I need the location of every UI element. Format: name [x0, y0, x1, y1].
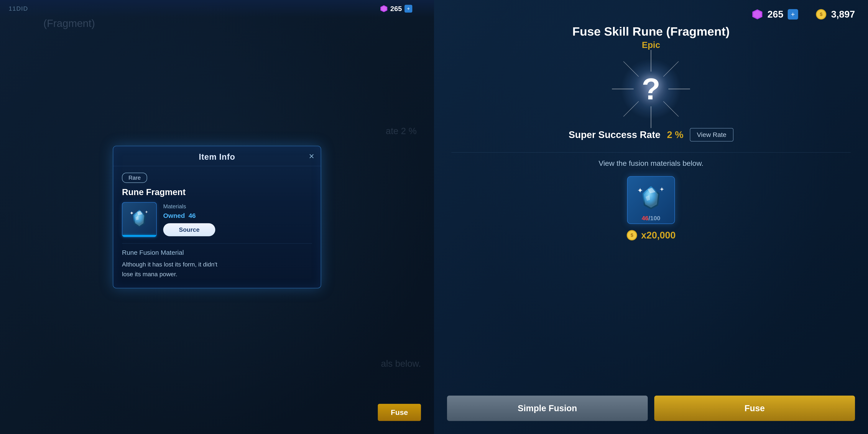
count-sep: / — [648, 215, 650, 222]
gem-plus-btn-right[interactable]: + — [788, 9, 798, 20]
meta-owned: Owned 46 — [163, 212, 215, 219]
gem-amount-left: 265 — [391, 5, 402, 13]
gem-icon-right — [752, 9, 763, 20]
item-meta: Materials Owned 46 Source — [163, 202, 215, 237]
rarity-badge: Rare — [122, 173, 147, 183]
fusion-materials-label: View the fusion materials below. — [598, 159, 703, 167]
meta-materials-label: Materials — [163, 203, 215, 210]
item-description: Although it has lost its form, it didn't… — [122, 260, 312, 279]
bg-below-text: als below. — [381, 359, 421, 369]
section-divider — [452, 152, 850, 153]
mystery-question-mark: ? — [642, 74, 660, 104]
svg-text:$: $ — [630, 232, 633, 238]
material-crystal-icon — [635, 184, 667, 216]
count-owned: 46 — [642, 215, 648, 222]
item-details-row: Materials Owned 46 Source — [122, 202, 312, 237]
left-panel: (Fragment) ate 2 % als below. 11DID 265 … — [0, 0, 434, 434]
item-icon-glow — [122, 235, 156, 237]
item-type: Rune Fusion Material — [122, 249, 312, 256]
svg-line-23 — [663, 61, 679, 76]
material-count: 46/100 — [642, 215, 660, 222]
right-content: Fuse Skill Rune (Fragment) Epic ? — [434, 24, 868, 434]
item-icon-box — [122, 202, 157, 237]
bg-rate-text: ate 2 % — [386, 126, 416, 136]
right-panel: 265 + $ 3,897 Fuse Skill Rune (Fragment)… — [434, 0, 868, 434]
top-bar-left: 11DID 265 + — [0, 0, 434, 18]
mystery-container: ? — [621, 59, 681, 119]
svg-line-22 — [663, 101, 679, 117]
crystal-icon — [127, 208, 151, 231]
modal-body: Rare Rune Fragment — [113, 166, 321, 288]
top-bar-right: 265 + $ 3,897 — [434, 4, 868, 24]
modal-header: Item Info × — [113, 146, 321, 166]
gem-amount-right: 265 — [767, 9, 783, 20]
gold-cost-row: $ x20,000 — [626, 229, 676, 241]
gold-cost-amount: x20,000 — [641, 230, 676, 241]
gem-plus-btn-left[interactable]: + — [404, 5, 412, 12]
svg-line-24 — [623, 101, 639, 117]
coin-amount-right: 3,897 — [831, 9, 855, 20]
source-button[interactable]: Source — [163, 223, 215, 236]
svg-line-21 — [623, 61, 639, 76]
item-name: Rune Fragment — [122, 187, 312, 197]
view-rate-button[interactable]: View Rate — [690, 128, 733, 142]
gold-cost-coin-icon: $ — [626, 229, 638, 241]
count-needed: 100 — [650, 215, 660, 222]
owned-label: Owned — [163, 212, 185, 219]
currency-display-left: 265 + — [380, 5, 412, 13]
svg-text:$: $ — [820, 11, 823, 17]
owned-count: 46 — [189, 212, 196, 219]
fuse-btn-left[interactable]: Fuse — [378, 404, 421, 421]
fuse-title: Fuse Skill Rune (Fragment) — [572, 24, 730, 38]
gem-icon-left — [380, 5, 388, 12]
modal-title: Item Info — [199, 152, 235, 162]
material-icon-box: 46/100 — [627, 176, 675, 224]
modal-close-btn[interactable]: × — [309, 152, 314, 161]
coin-icon-right: $ — [815, 9, 827, 20]
left-top-title: 11DID — [9, 5, 28, 12]
item-info-modal: Item Info × Rare Rune Fragment — [113, 146, 321, 288]
bg-fragment-text: (Fragment) — [43, 18, 95, 29]
